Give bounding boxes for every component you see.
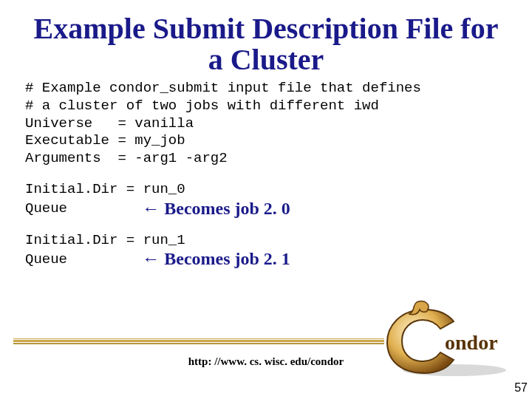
queue-0-label: Queue [25,200,134,216]
slide: Example Submit Description File for a Cl… [0,0,532,399]
annotation-1: ← Becomes job 2. 1 [142,249,290,269]
footer-url: http: //www. cs. wisc. edu/condor [0,355,532,368]
horizontal-rule [13,338,384,346]
queue-1-label: Queue [25,251,134,267]
slide-title: Example Submit Description File for a Cl… [25,13,507,75]
code-comments-and-defs: # Example condor_submit input file that … [25,80,507,168]
logo-text: ondor [445,331,498,354]
condor-logo-icon: ondor [384,296,510,381]
initialdir-0: Initial.Dir = run_0 [25,181,507,199]
queue-row-0: Queue ← Becomes job 2. 0 [25,199,507,219]
footer-url-link[interactable]: http: //www. cs. wisc. edu/condor [188,355,344,367]
annotation-0: ← Becomes job 2. 0 [142,199,290,219]
page-number: 57 [514,381,528,395]
initialdir-1: Initial.Dir = run_1 [25,232,507,250]
queue-row-1: Queue ← Becomes job 2. 1 [25,249,507,269]
